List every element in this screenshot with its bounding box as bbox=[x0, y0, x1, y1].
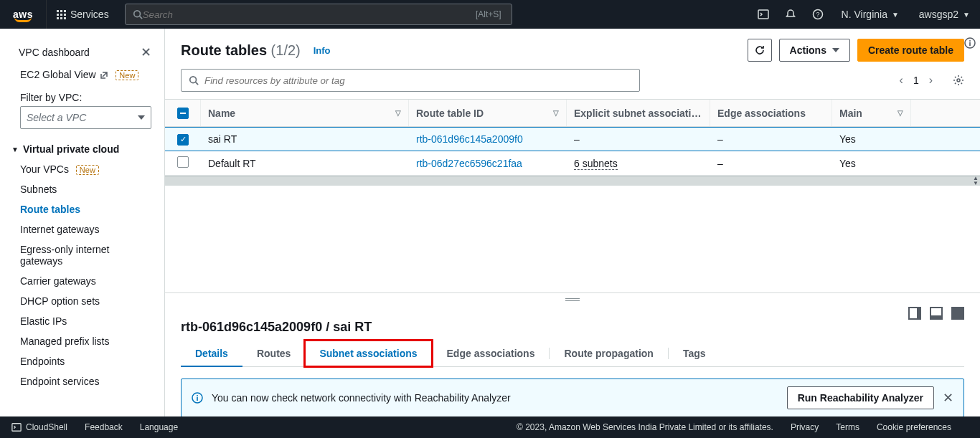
notifications-icon[interactable] bbox=[777, 0, 804, 29]
svg-point-8 bbox=[190, 77, 197, 83]
col-name[interactable]: Name bbox=[208, 108, 235, 119]
info-icon bbox=[192, 392, 203, 404]
page-title: Route tables (1/2) bbox=[181, 42, 301, 59]
sidebar-group-vpc[interactable]: ▼Virtual private cloud bbox=[0, 139, 164, 159]
footer-cookie[interactable]: Cookie preferences bbox=[877, 422, 951, 432]
svg-rect-7 bbox=[969, 42, 971, 46]
subnet-assoc-link[interactable]: 6 subnets bbox=[574, 158, 618, 170]
search-shortcut: [Alt+S] bbox=[473, 8, 504, 21]
svg-point-10 bbox=[957, 79, 960, 82]
footer-feedback[interactable]: Feedback bbox=[85, 422, 123, 432]
svg-point-6 bbox=[969, 40, 971, 42]
help-icon[interactable]: ? bbox=[804, 0, 831, 29]
col-main[interactable]: Main bbox=[839, 108, 862, 119]
detail-tabs: Details Routes Subnet associations Edge … bbox=[181, 341, 964, 367]
svg-text:?: ? bbox=[816, 11, 819, 18]
sidebar-item-endpoint-svc[interactable]: Endpoint services bbox=[0, 371, 164, 391]
refresh-button[interactable] bbox=[748, 39, 772, 62]
find-resources-input-wrap[interactable] bbox=[181, 69, 640, 92]
select-all-checkbox[interactable] bbox=[177, 108, 189, 119]
services-label: Services bbox=[70, 9, 109, 20]
sidebar-item-prefix[interactable]: Managed prefix lists bbox=[0, 331, 164, 351]
footer-privacy[interactable]: Privacy bbox=[791, 422, 819, 432]
sidebar-item-carrier[interactable]: Carrier gateways bbox=[0, 271, 164, 291]
footer-copyright: © 2023, Amazon Web Services India Privat… bbox=[517, 422, 773, 432]
tab-routes[interactable]: Routes bbox=[242, 341, 305, 366]
page-prev[interactable]: ‹ bbox=[900, 74, 903, 87]
close-icon[interactable]: ✕ bbox=[943, 390, 953, 406]
tab-tags[interactable]: Tags bbox=[669, 341, 720, 366]
close-icon[interactable]: ✕ bbox=[141, 44, 151, 60]
tab-route-propagation[interactable]: Route propagation bbox=[550, 341, 667, 366]
page-next[interactable]: › bbox=[929, 74, 933, 87]
svg-rect-2 bbox=[758, 10, 768, 19]
table-row[interactable]: Default RT rtb-06d27ec6596c21faa 6 subne… bbox=[165, 151, 980, 176]
svg-line-9 bbox=[196, 82, 199, 85]
refresh-icon bbox=[754, 44, 765, 56]
aws-logo[interactable]: aws bbox=[0, 9, 46, 20]
sidebar: VPC dashboard ✕ EC2 Global View New Filt… bbox=[0, 29, 165, 416]
tab-subnet-associations[interactable]: Subnet associations bbox=[305, 341, 431, 366]
find-resources-input[interactable] bbox=[204, 75, 632, 86]
settings-button[interactable] bbox=[953, 75, 964, 86]
footer-terms[interactable]: Terms bbox=[836, 422, 859, 432]
chevron-down-icon bbox=[832, 48, 839, 52]
row-checkbox[interactable] bbox=[177, 156, 189, 168]
route-table-link[interactable]: rtb-06d27ec6596c21faa bbox=[409, 158, 567, 169]
svg-point-12 bbox=[197, 395, 198, 396]
sidebar-item-dhcp[interactable]: DHCP option sets bbox=[0, 291, 164, 311]
search-input[interactable] bbox=[143, 9, 473, 20]
info-icon[interactable] bbox=[964, 37, 976, 49]
services-menu[interactable]: Services bbox=[46, 0, 119, 29]
detail-title: rtb-061d96c145a2009f0 / sai RT bbox=[181, 320, 964, 335]
sidebar-ec2-global[interactable]: EC2 Global View New bbox=[0, 65, 164, 85]
gear-icon bbox=[953, 75, 964, 86]
account-menu[interactable]: awsgsp2▼ bbox=[909, 9, 980, 20]
sidebar-item-eip[interactable]: Elastic IPs bbox=[0, 311, 164, 331]
sidebar-item-endpoints[interactable]: Endpoints bbox=[0, 351, 164, 371]
col-rtid[interactable]: Route table ID bbox=[416, 108, 484, 119]
row-checkbox[interactable]: ✓ bbox=[177, 134, 189, 146]
region-selector[interactable]: N. Virginia▼ bbox=[831, 9, 909, 20]
layout-side-icon[interactable] bbox=[908, 307, 921, 320]
sidebar-item-your-vpcs[interactable]: Your VPCs New bbox=[0, 159, 164, 179]
horizontal-scrollbar[interactable]: ▲▼ bbox=[165, 176, 980, 186]
footer-cloudshell[interactable]: CloudShell bbox=[11, 422, 67, 432]
layout-bottom-icon[interactable] bbox=[930, 307, 943, 320]
sidebar-item-igw[interactable]: Internet gateways bbox=[0, 219, 164, 239]
global-search[interactable]: [Alt+S] bbox=[125, 4, 512, 25]
layout-full-icon[interactable] bbox=[951, 307, 964, 320]
filter-by-vpc-label: Filter by VPC: bbox=[0, 85, 164, 106]
sidebar-item-route-tables[interactable]: Route tables bbox=[0, 199, 164, 219]
col-edge[interactable]: Edge associations bbox=[717, 108, 806, 119]
route-table-link[interactable]: rtb-061d96c145a2009f0 bbox=[409, 133, 567, 145]
cloudshell-icon bbox=[11, 422, 22, 432]
search-icon bbox=[133, 9, 143, 19]
page-number: 1 bbox=[913, 75, 919, 86]
cloudshell-icon[interactable] bbox=[750, 0, 777, 29]
grid-icon bbox=[57, 10, 66, 19]
detail-panel: rtb-061d96c145a2009f0 / sai RT Details R… bbox=[165, 305, 980, 416]
info-link[interactable]: Info bbox=[314, 45, 331, 56]
actions-button[interactable]: Actions bbox=[779, 39, 850, 62]
panel-splitter[interactable] bbox=[165, 292, 980, 305]
chevron-down-icon bbox=[138, 115, 145, 120]
sidebar-dashboard[interactable]: VPC dashboard ✕ bbox=[0, 40, 164, 65]
run-reachability-button[interactable]: Run Reachability Analyzer bbox=[787, 386, 934, 409]
create-route-table-button[interactable]: Create route table bbox=[857, 39, 964, 62]
global-footer: CloudShell Feedback Language © 2023, Ama… bbox=[0, 416, 980, 438]
sidebar-item-subnets[interactable]: Subnets bbox=[0, 179, 164, 199]
vpc-select[interactable]: Select a VPC bbox=[20, 106, 151, 129]
content-area: Route tables (1/2) Info Actions Create r… bbox=[165, 29, 980, 416]
tab-edge-associations[interactable]: Edge associations bbox=[433, 341, 550, 366]
tab-details[interactable]: Details bbox=[181, 341, 242, 366]
col-explicit[interactable]: Explicit subnet associati… bbox=[574, 108, 701, 119]
footer-language[interactable]: Language bbox=[140, 422, 178, 432]
svg-rect-13 bbox=[197, 397, 198, 401]
table-row[interactable]: ✓ sai RT rtb-061d96c145a2009f0 – – Yes bbox=[165, 127, 980, 151]
route-tables-table: Name▽ Route table ID▽ Explicit subnet as… bbox=[165, 99, 980, 176]
reachability-banner: You can now check network connectivity w… bbox=[181, 379, 964, 416]
external-link-icon bbox=[100, 71, 108, 80]
sidebar-item-eigw[interactable]: Egress-only internet gateways bbox=[0, 239, 164, 271]
svg-rect-14 bbox=[12, 424, 21, 432]
